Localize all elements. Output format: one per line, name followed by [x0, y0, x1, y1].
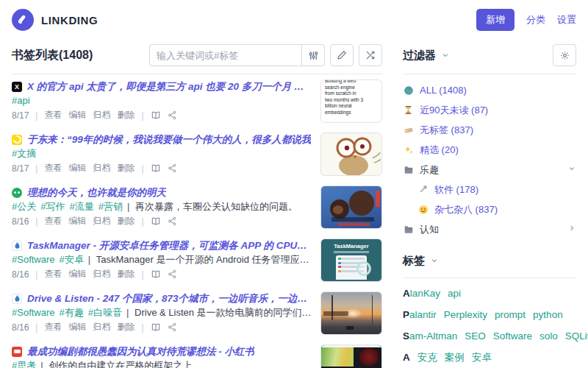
tag-link[interactable]: am-Altman: [409, 330, 457, 342]
folder-label[interactable]: 认知: [420, 223, 439, 236]
tag-link[interactable]: SQLite: [565, 330, 588, 342]
bookmark-tag[interactable]: #有趣: [60, 307, 84, 318]
bookmark-thumbnail[interactable]: [320, 344, 382, 368]
chevron-down-icon[interactable]: [441, 51, 450, 60]
filter-item-unread-90d[interactable]: 近90天未读 (87): [403, 100, 576, 120]
bookmark-thumbnail[interactable]: TaskManager: [320, 238, 382, 282]
chevron-right-icon[interactable]: [567, 224, 576, 235]
bookmark-tag[interactable]: #Software: [12, 254, 55, 265]
bookmark-tag[interactable]: #Software: [12, 307, 55, 318]
tag-link[interactable]: python: [533, 309, 563, 320]
share-icon[interactable]: [168, 163, 177, 173]
brand-name: LINKDING: [41, 14, 98, 26]
tag-link[interactable]: SEO: [465, 330, 486, 342]
filter-label[interactable]: 杂七杂八 (837): [434, 203, 498, 216]
tag-link[interactable]: Software: [493, 330, 532, 342]
edit-link[interactable]: 编辑: [68, 162, 86, 174]
reader-mode-icon[interactable]: [151, 269, 161, 280]
remove-link[interactable]: 删除: [117, 109, 135, 121]
filter-label[interactable]: 软件 (178): [434, 183, 478, 197]
edit-link[interactable]: 编辑: [68, 268, 86, 280]
share-icon[interactable]: [168, 216, 177, 226]
bookmark-description: TaskManager 是一个开源的 Android 任务管理应用，受 GNO.…: [96, 254, 312, 265]
bookmark-tag[interactable]: #安卓: [60, 254, 84, 265]
edit-link[interactable]: 编辑: [68, 321, 86, 333]
reader-mode-icon[interactable]: [151, 216, 161, 227]
filter-item-featured[interactable]: 精选 (20): [403, 140, 576, 160]
bookmark-title-link[interactable]: 于东来：“99年的时候，我说我要做一个伟大的人，很多人都说我: [27, 133, 311, 146]
bookmark-tag[interactable]: #流量: [69, 201, 93, 212]
bookmark-tag[interactable]: #文摘: [12, 148, 36, 159]
categories-link[interactable]: 分类: [526, 13, 545, 26]
bookmark-title-link[interactable]: 理想的今天，也许就是你的明天: [27, 186, 166, 199]
reader-mode-icon[interactable]: [151, 110, 161, 121]
tag-link[interactable]: solo: [539, 330, 558, 342]
bookmark-tag[interactable]: #api: [12, 95, 30, 106]
archive-link[interactable]: 归档: [93, 162, 110, 174]
search-input[interactable]: [149, 44, 301, 66]
archive-link[interactable]: 归档: [93, 109, 110, 121]
filter-folder-fun[interactable]: 乐趣: [403, 160, 576, 180]
bookmark-thumbnail[interactable]: [320, 185, 382, 229]
bookmark-title-link[interactable]: TaskManager - 开源安卓任务管理器，可监测各 APP 的 CPU、内…: [27, 239, 312, 252]
chevron-down-icon[interactable]: [430, 256, 439, 265]
share-icon[interactable]: [168, 110, 177, 120]
bookmark-tag[interactable]: #公关: [12, 201, 36, 212]
filter-item-all[interactable]: ALL (1408): [403, 80, 576, 100]
filter-label[interactable]: ALL (1408): [420, 85, 467, 96]
filter-folder-cognition[interactable]: 认知: [403, 219, 576, 239]
remove-link[interactable]: 删除: [117, 268, 135, 280]
reader-mode-icon[interactable]: [151, 163, 161, 174]
archive-link[interactable]: 归档: [93, 215, 110, 227]
tag-link[interactable]: 安卓: [472, 352, 492, 363]
add-bookmark-button[interactable]: 新增: [476, 9, 514, 31]
tag-link[interactable]: api: [448, 288, 461, 299]
filter-item-misc[interactable]: 杂七杂八 (837): [403, 199, 576, 219]
filter-label[interactable]: 精选 (20): [420, 144, 459, 157]
remove-link[interactable]: 删除: [117, 162, 135, 174]
filter-settings-button[interactable]: [553, 44, 576, 66]
folder-label[interactable]: 乐趣: [420, 163, 439, 177]
view-link[interactable]: 查看: [44, 268, 62, 280]
bookmark-tag[interactable]: #思考: [12, 360, 36, 368]
reader-mode-icon[interactable]: [151, 322, 161, 333]
bookmark-thumbnail[interactable]: [320, 132, 382, 176]
edit-link[interactable]: 编辑: [68, 109, 86, 121]
remove-link[interactable]: 删除: [117, 215, 135, 227]
bookmark-title-link[interactable]: X 的官方 api 太贵了，即便是第三方 api 也要 20 多刀一个月 而 t…: [27, 80, 312, 93]
tag-link[interactable]: prompt: [495, 309, 526, 320]
tag-link[interactable]: lanKay: [410, 288, 440, 299]
share-icon[interactable]: [168, 269, 177, 279]
share-icon[interactable]: [168, 322, 177, 332]
chevron-down-icon[interactable]: [567, 164, 576, 175]
archive-link[interactable]: 归档: [93, 268, 110, 280]
search-options-button[interactable]: [301, 44, 325, 66]
view-link[interactable]: 查看: [44, 321, 62, 333]
bookmark-title-link[interactable]: 最成功编剧都很愚蠢因为认真对待荒谬想法 - 小红书: [27, 345, 254, 358]
archive-link[interactable]: 归档: [93, 321, 110, 333]
tag-link[interactable]: 安克: [417, 352, 437, 363]
brand-link[interactable]: LINKDING: [12, 9, 98, 31]
bookmark-title-link[interactable]: Drive & Listen - 247 个国家，873个城市，一边听音乐，一边…: [27, 292, 312, 305]
bookmark-tag[interactable]: #白噪音: [88, 307, 122, 318]
tag-link[interactable]: alantir: [409, 309, 437, 320]
tag-group-letter: A: [403, 352, 410, 363]
bookmark-thumbnail[interactable]: [320, 291, 382, 335]
edit-link[interactable]: 编辑: [68, 215, 86, 227]
filter-item-software[interactable]: 软件 (178): [403, 180, 576, 199]
filter-label[interactable]: 近90天未读 (87): [420, 104, 488, 117]
random-shuffle-button[interactable]: [359, 44, 382, 66]
bulk-edit-button[interactable]: [330, 44, 354, 66]
settings-link[interactable]: 设置: [557, 13, 576, 26]
filter-label[interactable]: 无标签 (837): [420, 124, 473, 137]
view-link[interactable]: 查看: [44, 215, 62, 227]
filter-item-untagged[interactable]: 无标签 (837): [403, 120, 576, 140]
view-link[interactable]: 查看: [44, 162, 62, 174]
bookmark-thumbnail[interactable]: Building a web search engine from scratc…: [320, 79, 382, 123]
tag-link[interactable]: Perplexity: [444, 309, 487, 320]
view-link[interactable]: 查看: [44, 109, 62, 121]
bookmark-tag[interactable]: #营销: [98, 201, 123, 212]
tag-link[interactable]: 案例: [445, 352, 465, 363]
bookmark-tag[interactable]: #写作: [40, 201, 65, 212]
remove-link[interactable]: 删除: [117, 321, 135, 333]
